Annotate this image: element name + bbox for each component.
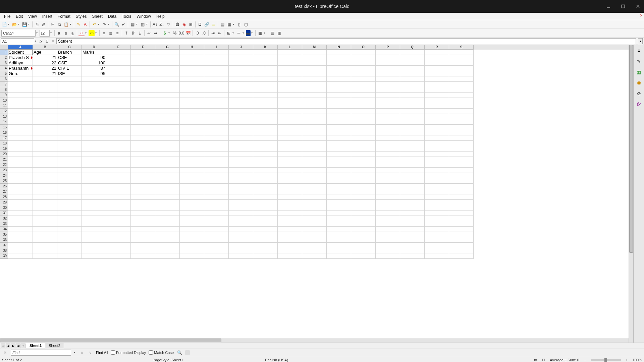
- cell-B32[interactable]: [33, 216, 57, 221]
- cell-A32[interactable]: [8, 216, 33, 221]
- selection-mode-icon[interactable]: ◻: [542, 358, 545, 362]
- cell-Q39[interactable]: [400, 253, 425, 259]
- cell-J1[interactable]: [229, 50, 253, 55]
- cell-O32[interactable]: [351, 216, 376, 221]
- cell-F1[interactable]: [131, 50, 155, 55]
- cell-H26[interactable]: [180, 184, 204, 189]
- cell-E35[interactable]: [106, 232, 131, 237]
- cell-F16[interactable]: [131, 130, 155, 135]
- cell-C31[interactable]: [57, 210, 82, 216]
- cell-K14[interactable]: [253, 119, 278, 125]
- cell-Q25[interactable]: [400, 178, 425, 184]
- window-minimize-button[interactable]: [605, 3, 612, 10]
- undo-dropdown[interactable]: ▾: [98, 23, 101, 26]
- cell-B6[interactable]: [33, 76, 57, 82]
- date-icon[interactable]: 📅: [185, 30, 191, 36]
- column-header-Q[interactable]: Q: [400, 45, 425, 50]
- cell-I20[interactable]: [204, 152, 229, 157]
- cell-M32[interactable]: [302, 216, 327, 221]
- cell-S9[interactable]: [449, 93, 474, 98]
- close-document-button[interactable]: ✕: [640, 13, 643, 18]
- cell-L17[interactable]: [278, 135, 302, 141]
- cell-P33[interactable]: [376, 221, 400, 227]
- cell-J11[interactable]: [229, 103, 253, 109]
- border-color-dropdown[interactable]: ▾: [251, 32, 254, 35]
- cell-P27[interactable]: [376, 189, 400, 194]
- row-header-13[interactable]: 13: [0, 114, 8, 119]
- cell-H28[interactable]: [180, 194, 204, 200]
- tab-first-button[interactable]: ⏮: [1, 344, 5, 348]
- cell-P17[interactable]: [376, 135, 400, 141]
- cell-R3[interactable]: [425, 60, 449, 66]
- cell-F37[interactable]: [131, 243, 155, 248]
- cell-C7[interactable]: [57, 82, 82, 87]
- cell-L6[interactable]: [278, 76, 302, 82]
- cell-K27[interactable]: [253, 189, 278, 194]
- cell-C5[interactable]: ISE: [57, 71, 82, 76]
- cell-I18[interactable]: [204, 141, 229, 146]
- cell-E24[interactable]: [106, 173, 131, 178]
- cell-O21[interactable]: [351, 157, 376, 162]
- cell-A29[interactable]: [8, 200, 33, 205]
- row-header-6[interactable]: 6: [0, 76, 8, 82]
- cell-J18[interactable]: [229, 141, 253, 146]
- cell-O23[interactable]: [351, 168, 376, 173]
- menu-tools[interactable]: Tools: [119, 13, 134, 19]
- row-header-26[interactable]: 26: [0, 184, 8, 189]
- cell-K11[interactable]: [253, 103, 278, 109]
- cell-L13[interactable]: [278, 114, 302, 119]
- cell-A36[interactable]: [8, 237, 33, 243]
- cell-Q4[interactable]: [400, 66, 425, 71]
- row-header-24[interactable]: 24: [0, 173, 8, 178]
- cell-B28[interactable]: [33, 194, 57, 200]
- cell-Q23[interactable]: [400, 168, 425, 173]
- cell-P32[interactable]: [376, 216, 400, 221]
- cell-Q29[interactable]: [400, 200, 425, 205]
- row-header-5[interactable]: 5: [0, 71, 8, 76]
- cell-N37[interactable]: [327, 243, 351, 248]
- cell-M34[interactable]: [302, 227, 327, 232]
- cell-L31[interactable]: [278, 210, 302, 216]
- cell-J6[interactable]: [229, 76, 253, 82]
- cell-H1[interactable]: [180, 50, 204, 55]
- cell-J33[interactable]: [229, 221, 253, 227]
- cell-R14[interactable]: [425, 119, 449, 125]
- cell-Q26[interactable]: [400, 184, 425, 189]
- cell-E22[interactable]: [106, 162, 131, 168]
- cell-O4[interactable]: [351, 66, 376, 71]
- window-maximize-button[interactable]: [620, 3, 627, 10]
- cell-N23[interactable]: [327, 168, 351, 173]
- cell-A21[interactable]: [8, 157, 33, 162]
- row-header-17[interactable]: 17: [0, 135, 8, 141]
- cell-K9[interactable]: [253, 93, 278, 98]
- save-dropdown[interactable]: ▾: [28, 23, 31, 26]
- cell-D1[interactable]: Marks: [82, 50, 106, 55]
- cell-E21[interactable]: [106, 157, 131, 162]
- row-header-30[interactable]: 30: [0, 205, 8, 210]
- cell-P28[interactable]: [376, 194, 400, 200]
- cell-S21[interactable]: [449, 157, 474, 162]
- cell-grid[interactable]: 1StudentAgeBranchMarks2Pravesh S21CSE903…: [0, 50, 629, 338]
- find-options-icon[interactable]: 🔍: [176, 350, 182, 356]
- cell-H21[interactable]: [180, 157, 204, 162]
- cell-C33[interactable]: [57, 221, 82, 227]
- cell-Q18[interactable]: [400, 141, 425, 146]
- cell-K15[interactable]: [253, 125, 278, 130]
- cell-M8[interactable]: [302, 87, 327, 93]
- cell-N5[interactable]: [327, 71, 351, 76]
- cell-R30[interactable]: [425, 205, 449, 210]
- cell-I5[interactable]: [204, 71, 229, 76]
- sort-desc-icon[interactable]: Z↓: [159, 21, 165, 27]
- highlight-dropdown[interactable]: ▾: [95, 32, 98, 35]
- menu-file[interactable]: File: [1, 13, 13, 19]
- zoom-slider[interactable]: [591, 359, 621, 361]
- column-header-E[interactable]: E: [106, 45, 131, 50]
- cell-P22[interactable]: [376, 162, 400, 168]
- cell-N39[interactable]: [327, 253, 351, 259]
- cell-E34[interactable]: [106, 227, 131, 232]
- insert-mode-icon[interactable]: ▭: [534, 358, 537, 362]
- cell-L19[interactable]: [278, 146, 302, 152]
- cell-K37[interactable]: [253, 243, 278, 248]
- cell-H22[interactable]: [180, 162, 204, 168]
- tab-last-button[interactable]: ⏭: [16, 344, 20, 348]
